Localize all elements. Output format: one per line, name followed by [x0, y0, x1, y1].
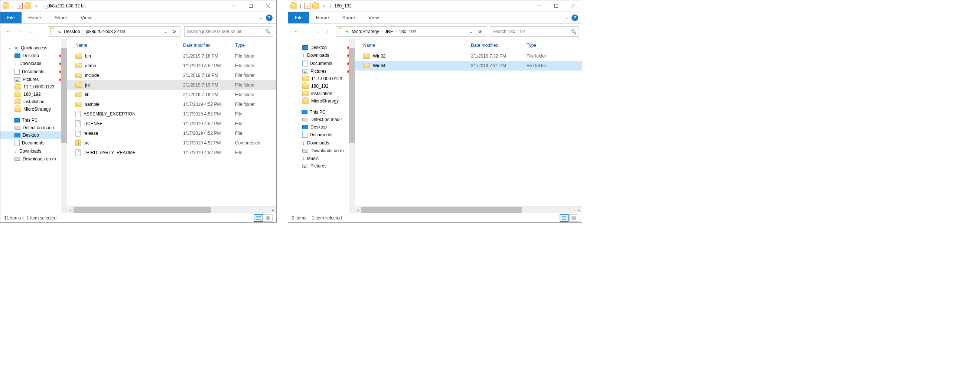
nav-item[interactable]: installation — [288, 90, 355, 97]
details-view-button[interactable] — [254, 214, 263, 222]
horizontal-scrollbar[interactable]: ◂ ▸ — [67, 206, 276, 213]
file-row[interactable]: src1/17/2019 4:52 PMCompressed — [67, 138, 276, 148]
maximize-button[interactable] — [242, 0, 259, 12]
column-date[interactable]: Date modified — [468, 43, 523, 48]
forward-button[interactable]: → — [303, 26, 313, 37]
back-button[interactable]: ← — [3, 26, 14, 37]
recent-dropdown-icon[interactable]: ⌄ — [315, 26, 321, 37]
column-name[interactable]: Name^ — [360, 43, 468, 48]
horizontal-scrollbar[interactable]: ◂ ▸ — [355, 206, 582, 213]
column-type[interactable]: Type — [232, 43, 269, 48]
file-row[interactable]: sample1/17/2019 4:52 PMFile folder — [67, 100, 276, 109]
file-row[interactable]: lib2/1/2019 7:19 PMFile folder — [67, 90, 276, 100]
this-pc-header[interactable]: ⌄ This PC — [0, 117, 67, 124]
tab-share[interactable]: Share — [336, 12, 362, 24]
nav-pane[interactable]: Desktop📌↓Downloads📌Documents📌Pictures📌11… — [288, 40, 355, 213]
file-row[interactable]: Win642/1/2019 7:31 PMFile folder — [355, 61, 582, 71]
nav-item[interactable]: Pictures — [288, 162, 355, 170]
tab-file[interactable]: File — [288, 12, 309, 24]
tab-view[interactable]: View — [74, 12, 98, 24]
nav-item[interactable]: Desktop — [0, 132, 67, 139]
file-row[interactable]: jre2/1/2019 7:19 PMFile folder — [67, 80, 276, 90]
address-dropdown-icon[interactable]: ⌄ — [162, 27, 170, 36]
search-icon[interactable]: 🔍 — [265, 29, 271, 34]
ribbon-expand-icon[interactable]: ⌄ — [565, 15, 568, 21]
breadcrumb-segment[interactable]: 180_192 — [398, 29, 417, 34]
nav-item[interactable]: Documents — [288, 131, 355, 139]
details-view-button[interactable] — [560, 214, 568, 222]
folder-icon[interactable] — [24, 3, 31, 9]
nav-item[interactable]: Downloads on m — [288, 147, 355, 154]
nav-item[interactable]: 180_192 — [0, 91, 67, 98]
file-row[interactable]: release1/17/2019 4:52 PMFile — [67, 129, 276, 138]
tab-home[interactable]: Home — [22, 12, 48, 24]
help-icon[interactable]: ? — [571, 14, 578, 21]
forward-button[interactable]: → — [15, 26, 25, 37]
refresh-button[interactable]: ⟳ — [476, 27, 484, 36]
folder-icon[interactable] — [312, 3, 319, 9]
breadcrumb-segment[interactable]: JRE — [383, 29, 395, 34]
breadcrumb-segment[interactable]: Desktop — [63, 29, 81, 34]
scroll-left-icon[interactable]: ◂ — [67, 208, 73, 212]
nav-item[interactable]: ↓Downloads📌 — [0, 59, 67, 68]
nav-item[interactable]: Desktop📌 — [0, 52, 67, 59]
nav-item[interactable]: ↓Downloads — [288, 139, 355, 147]
file-row[interactable]: include2/1/2019 7:18 PMFile folder — [67, 71, 276, 80]
nav-item[interactable]: 11.1.0000.0123 — [0, 83, 67, 91]
search-input[interactable] — [492, 29, 571, 34]
nav-item[interactable]: 11.1.0000.0123 — [288, 75, 355, 83]
maximize-button[interactable] — [548, 0, 565, 12]
breadcrumb-segment[interactable]: jdk8u202-b08 32 bit — [85, 29, 126, 34]
help-icon[interactable]: ? — [266, 14, 272, 21]
file-row[interactable]: ASSEMBLY_EXCEPTION1/17/2019 4:52 PMFile — [67, 109, 276, 119]
quick-access-header[interactable]: ⌄ ★ Quick access — [0, 44, 67, 52]
nav-scrollbar[interactable] — [61, 40, 67, 213]
collapse-icon[interactable]: ⌄ — [8, 46, 11, 50]
nav-scrollbar[interactable] — [349, 40, 355, 213]
up-button[interactable]: ↑ — [322, 26, 333, 37]
nav-item[interactable]: MicroStrategy — [0, 105, 67, 113]
titlebar[interactable]: | ✓ ▾ | jdk8u202-b08 32 bit — [0, 0, 276, 12]
this-pc-header[interactable]: ⌄ This PC — [288, 108, 355, 116]
file-row[interactable]: Win322/1/2019 7:32 PMFile folder — [355, 51, 582, 61]
nav-item[interactable]: Documents📌 — [288, 59, 355, 68]
nav-item[interactable]: MicroStrategy — [288, 97, 355, 105]
nav-item[interactable]: Pictures📌 — [0, 76, 67, 83]
search-icon[interactable]: 🔍 — [571, 29, 576, 34]
back-button[interactable]: ← — [291, 26, 302, 37]
tab-view[interactable]: View — [362, 12, 385, 24]
chevron-right-icon[interactable]: › — [381, 29, 383, 33]
properties-icon[interactable]: ✓ — [304, 3, 311, 9]
nav-item[interactable]: Desktop — [288, 123, 355, 131]
nav-item[interactable]: Desktop📌 — [288, 44, 355, 51]
address-bar[interactable]: « MicroStrategy › JRE › 180_192 ⌄ ⟳ — [336, 26, 486, 37]
tab-home[interactable]: Home — [309, 12, 336, 24]
file-row[interactable]: bin2/1/2019 7:18 PMFile folder — [67, 51, 276, 61]
titlebar[interactable]: | ✓ ▾ | 180_192 — [288, 0, 582, 12]
scroll-right-icon[interactable]: ▸ — [270, 208, 276, 212]
collapse-icon[interactable]: ⌄ — [296, 110, 299, 114]
search-input[interactable] — [187, 29, 265, 34]
nav-pane[interactable]: ⌄ ★ Quick access Desktop📌↓Downloads📌Docu… — [0, 40, 67, 213]
nav-item[interactable]: Documents — [0, 139, 67, 147]
nav-item[interactable]: 180_192 — [288, 83, 355, 90]
file-row[interactable]: THIRD_PARTY_README1/17/2019 4:52 PMFile — [67, 148, 276, 157]
nav-item[interactable]: ↓Downloads📌 — [288, 51, 355, 59]
nav-item[interactable]: Defect on mac-r — [288, 116, 355, 123]
column-name[interactable]: Name^ — [72, 43, 180, 48]
crumb-overflow[interactable]: « — [57, 29, 62, 34]
file-row[interactable]: LICENSE1/17/2019 4:52 PMFile — [67, 119, 276, 129]
tab-file[interactable]: File — [0, 12, 22, 24]
chevron-right-icon[interactable]: › — [82, 29, 84, 33]
tab-share[interactable]: Share — [48, 12, 74, 24]
scroll-right-icon[interactable]: ▸ — [576, 208, 582, 212]
qa-dropdown-icon[interactable]: ▾ — [33, 3, 39, 9]
qa-dropdown-icon[interactable]: ▾ — [320, 3, 327, 9]
nav-item[interactable]: ♪Music — [288, 154, 355, 162]
recent-dropdown-icon[interactable]: ⌄ — [27, 26, 33, 37]
icons-view-button[interactable] — [569, 214, 578, 222]
ribbon-expand-icon[interactable]: ⌄ — [259, 15, 263, 21]
column-date[interactable]: Date modified — [180, 43, 232, 48]
nav-item[interactable]: Documents📌 — [0, 68, 67, 76]
close-button[interactable] — [259, 0, 276, 12]
